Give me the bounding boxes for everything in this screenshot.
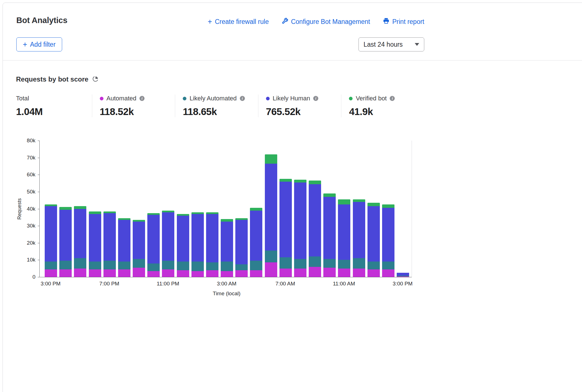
stacked-bar[interactable] <box>133 220 145 277</box>
header-divider <box>3 60 582 60</box>
y-tick-label: 80k <box>18 138 35 144</box>
stacked-bar[interactable] <box>397 273 409 277</box>
bar-segment-automated <box>221 271 233 277</box>
stacked-bar[interactable] <box>89 211 101 277</box>
stacked-bar[interactable] <box>250 208 262 277</box>
bar-segment-likely-human <box>338 204 350 260</box>
bar-segment-automated <box>382 269 394 277</box>
bar-segment-likely-human <box>118 220 130 262</box>
stacked-bar[interactable] <box>279 179 292 277</box>
bar-segment-likely-human <box>133 222 145 259</box>
y-tick-label: 40k <box>18 206 35 212</box>
stacked-bar[interactable] <box>177 214 189 277</box>
bar-segment-automated <box>397 276 409 277</box>
stacked-bar[interactable] <box>206 212 218 277</box>
stat-likely-automated: Likely Automated i 118.65k <box>175 94 258 117</box>
x-tick-label: 3:00 PM <box>386 281 419 287</box>
bar-segment-automated <box>191 271 204 277</box>
bar-segment-likely-automated <box>323 259 336 267</box>
y-tick-label: 60k <box>18 172 35 178</box>
bar-segment-likely-automated <box>147 263 160 271</box>
x-axis-title: Time (local) <box>198 290 255 297</box>
bar-segment-automated <box>367 269 380 277</box>
y-tick-label: 70k <box>18 155 35 161</box>
info-icon[interactable]: i <box>390 96 395 101</box>
bar-segment-likely-automated <box>74 258 86 268</box>
stacked-bar[interactable] <box>235 218 248 277</box>
bar-segment-verified-bot <box>294 180 306 182</box>
bar-segment-likely-human <box>294 183 306 259</box>
configure-bot-management-link[interactable]: Configure Bot Management <box>282 18 370 26</box>
stacked-bar[interactable] <box>382 204 394 277</box>
x-tick-label: 7:00 AM <box>269 281 302 287</box>
bar-segment-automated <box>279 269 292 277</box>
stacked-bar[interactable] <box>191 212 204 277</box>
bar-segment-likely-automated <box>177 262 189 270</box>
bar-segment-verified-bot <box>309 181 321 184</box>
stat-verified-bot-value: 41.9k <box>349 106 424 117</box>
stacked-bar[interactable] <box>59 207 72 277</box>
bar-segment-verified-bot <box>279 179 292 181</box>
print-report-link[interactable]: Print report <box>383 18 424 26</box>
bar-segment-verified-bot <box>323 193 336 197</box>
header-actions: + Create firewall rule Configure Bot Man… <box>207 18 424 26</box>
stat-likely-automated-label: Likely Automated <box>190 95 237 102</box>
info-icon[interactable]: i <box>240 96 245 101</box>
bar-segment-likely-automated <box>279 257 292 268</box>
bar-segment-verified-bot <box>353 199 365 202</box>
bar-segment-likely-automated <box>133 259 145 267</box>
bar-segment-likely-automated <box>382 262 394 269</box>
x-tick-label: 3:00 AM <box>210 281 243 287</box>
stat-automated-value: 118.52k <box>100 106 175 117</box>
add-filter-label: Add filter <box>30 41 56 48</box>
stacked-bar[interactable] <box>265 154 277 277</box>
stacked-bar[interactable] <box>323 193 336 277</box>
x-tick-label: 7:00 PM <box>93 281 126 287</box>
bar-segment-likely-human <box>279 182 292 258</box>
bar-segment-likely-human <box>265 164 277 251</box>
create-firewall-rule-link[interactable]: + Create firewall rule <box>207 18 269 26</box>
info-icon[interactable]: i <box>313 96 318 101</box>
bar-segment-likely-human <box>74 209 86 258</box>
bar-segment-automated <box>89 269 101 277</box>
chevron-down-icon <box>415 43 419 46</box>
bar-segment-likely-human <box>221 222 233 262</box>
stacked-bar[interactable] <box>338 199 350 277</box>
info-icon[interactable]: i <box>139 96 145 101</box>
stacked-bar[interactable] <box>294 180 306 277</box>
section-title: Requests by bot score <box>16 75 88 83</box>
plot-area <box>39 141 412 277</box>
stacked-bar[interactable] <box>103 211 116 277</box>
wrench-icon <box>282 18 288 26</box>
stacked-bar[interactable] <box>162 211 174 277</box>
bar-segment-automated <box>103 269 116 277</box>
bar-segment-verified-bot <box>382 204 394 208</box>
stacked-bar[interactable] <box>118 218 130 277</box>
add-filter-button[interactable]: + Add filter <box>16 37 62 51</box>
stacked-bar[interactable] <box>353 199 365 277</box>
stacked-bar[interactable] <box>45 204 57 277</box>
stacked-bar[interactable] <box>309 181 321 277</box>
stacked-bar[interactable] <box>74 206 86 277</box>
bar-segment-likely-human <box>235 220 248 264</box>
bar-segment-likely-automated <box>89 262 101 269</box>
bar-segment-likely-automated <box>367 262 380 269</box>
bar-segment-likely-human <box>177 216 189 262</box>
bar-segment-likely-human <box>89 214 101 262</box>
stacked-bar[interactable] <box>221 219 233 277</box>
time-range-dropdown[interactable]: Last 24 hours <box>358 37 424 51</box>
bar-segment-verified-bot <box>89 211 101 214</box>
stat-automated: Automated i 118.52k <box>92 94 175 117</box>
bar-segment-automated <box>265 262 277 277</box>
bar-segment-automated <box>235 270 248 277</box>
header: Bot Analytics + Create firewall rule Con… <box>3 3 582 60</box>
stat-total-value: 1.04M <box>16 106 92 117</box>
plus-icon: + <box>23 41 27 48</box>
stat-likely-human-label: Likely Human <box>273 95 310 102</box>
bar-segment-automated <box>323 268 336 277</box>
bar-segment-automated <box>162 269 174 277</box>
stacked-bar[interactable] <box>367 203 380 277</box>
stacked-bar[interactable] <box>147 213 160 277</box>
bar-segment-automated <box>206 270 218 277</box>
bar-segment-likely-human <box>367 206 380 262</box>
